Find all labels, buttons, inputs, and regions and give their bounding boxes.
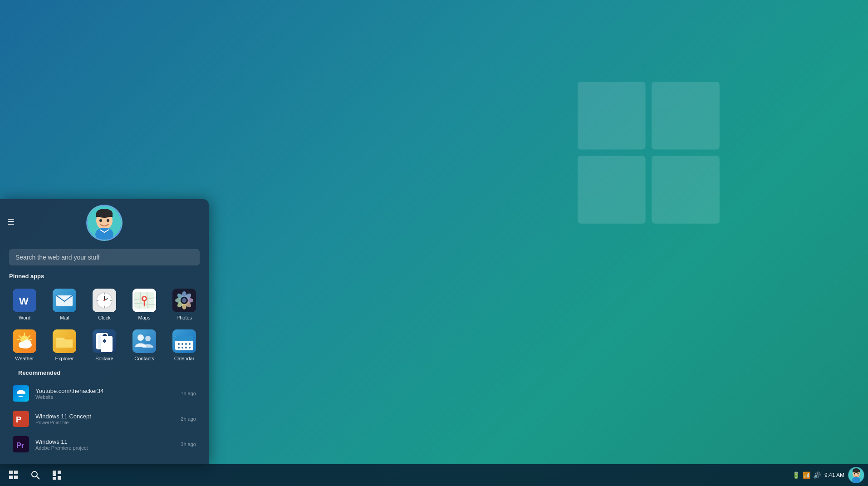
task-view-button[interactable] <box>47 465 67 485</box>
svg-point-23 <box>103 299 105 301</box>
rec-win11[interactable]: Pr Windows 11 Adobe Premiere project 3h … <box>9 432 200 457</box>
svg-text:Pr: Pr <box>16 442 24 449</box>
svg-point-92 <box>858 473 859 475</box>
rec-win11concept-info: Windows 11 Concept PowerPoint file <box>35 413 174 425</box>
svg-rect-3 <box>652 156 720 224</box>
svg-point-70 <box>185 347 187 349</box>
rec-win11concept-subtitle: PowerPoint file <box>35 420 174 425</box>
svg-rect-78 <box>14 471 18 474</box>
app-solitaire[interactable]: ♠ Solitaire <box>84 325 124 366</box>
svg-point-8 <box>99 219 102 222</box>
contacts-icon <box>132 329 156 353</box>
svg-text:P: P <box>16 415 21 424</box>
taskbar-right: 🔋 📶 🔊 9:41 AM <box>792 467 864 483</box>
svg-point-69 <box>181 347 183 349</box>
svg-point-68 <box>178 347 180 349</box>
search-button[interactable] <box>25 465 45 485</box>
battery-icon: 🔋 <box>792 471 800 479</box>
svg-point-81 <box>32 471 37 477</box>
ppt-icon: P <box>13 411 29 427</box>
wifi-icon: 📶 <box>803 471 810 479</box>
rec-win11-subtitle: Adobe Premiere project <box>35 445 174 451</box>
pinned-apps-grid: W Word Mail <box>0 284 209 366</box>
word-label: Word <box>19 315 30 320</box>
explorer-label: Explorer <box>55 356 74 361</box>
app-mail[interactable]: Mail <box>44 284 84 325</box>
hamburger-button[interactable]: ☰ <box>7 217 15 227</box>
search-bar[interactable]: Search the web and your stuff <box>9 249 200 265</box>
app-clock[interactable]: Clock <box>84 284 124 325</box>
app-photos[interactable]: Photos <box>164 284 204 325</box>
explorer-icon <box>53 329 76 353</box>
clock-icon <box>93 289 116 312</box>
app-contacts[interactable]: Contacts <box>124 325 164 366</box>
solitaire-icon: ♠ <box>93 329 116 353</box>
taskbar-avatar[interactable] <box>848 467 864 483</box>
svg-point-64 <box>178 343 180 345</box>
rec-youtube-time: 1h ago <box>181 391 196 396</box>
calendar-label: Calendar <box>174 356 195 361</box>
rec-win11-info: Windows 11 Adobe Premiere project <box>35 438 174 451</box>
rec-win11concept[interactable]: P Windows 11 Concept PowerPoint file 2h … <box>9 406 200 432</box>
start-menu: ☰ <box>0 199 209 464</box>
rec-win11-title: Windows 11 <box>35 438 174 445</box>
contacts-label: Contacts <box>134 356 154 361</box>
app-explorer[interactable]: Explorer <box>44 325 84 366</box>
weather-label: Weather <box>15 356 34 361</box>
svg-rect-85 <box>58 476 61 480</box>
rec-win11concept-title: Windows 11 Concept <box>35 413 174 420</box>
svg-rect-0 <box>578 82 646 150</box>
start-button[interactable] <box>4 465 24 485</box>
weather-icon <box>13 329 36 353</box>
photos-label: Photos <box>177 315 192 320</box>
solitaire-label: Solitaire <box>95 356 113 361</box>
svg-point-66 <box>185 343 187 345</box>
svg-rect-84 <box>58 471 61 474</box>
photos-icon <box>172 289 196 312</box>
svg-point-9 <box>107 219 109 222</box>
premiere-icon: Pr <box>13 436 29 452</box>
edge-icon <box>13 385 29 402</box>
svg-rect-86 <box>53 477 56 480</box>
svg-point-39 <box>182 298 186 303</box>
search-placeholder: Search the web and your stuff <box>15 254 100 261</box>
rec-youtube[interactable]: Youtube.com/thehacker34 Website 1h ago <box>9 381 200 406</box>
svg-point-91 <box>854 473 855 475</box>
time-display[interactable]: 9:41 AM <box>824 471 844 479</box>
svg-point-58 <box>137 334 144 341</box>
app-maps[interactable]: Maps <box>124 284 164 325</box>
rec-youtube-subtitle: Website <box>35 394 174 400</box>
rec-win11-time: 3h ago <box>181 442 196 447</box>
svg-rect-63 <box>175 339 193 341</box>
user-avatar-area: ☰ <box>0 199 209 245</box>
svg-rect-1 <box>652 82 720 150</box>
svg-point-27 <box>143 297 146 300</box>
maps-icon <box>132 289 156 312</box>
rec-win11concept-time: 2h ago <box>181 416 196 422</box>
word-icon: W <box>13 289 36 312</box>
app-weather[interactable]: Weather <box>5 325 44 366</box>
svg-rect-83 <box>53 471 56 476</box>
svg-point-49 <box>23 339 31 348</box>
taskbar-left <box>4 465 67 485</box>
svg-text:♠: ♠ <box>103 337 107 344</box>
svg-point-71 <box>189 347 191 349</box>
svg-rect-77 <box>9 471 13 474</box>
svg-line-82 <box>37 476 39 479</box>
maps-label: Maps <box>138 315 151 320</box>
app-word[interactable]: W Word <box>5 284 44 325</box>
svg-point-67 <box>189 343 191 345</box>
svg-point-59 <box>145 336 151 341</box>
pinned-apps-label: Pinned apps <box>0 273 209 284</box>
user-avatar[interactable] <box>86 205 123 241</box>
app-calendar[interactable]: Calendar <box>164 325 204 366</box>
mail-label: Mail <box>60 315 69 320</box>
recommended-label: Recommended <box>9 369 200 381</box>
svg-point-65 <box>181 343 183 345</box>
taskbar: 🔋 📶 🔊 9:41 AM <box>0 464 868 486</box>
rec-youtube-info: Youtube.com/thehacker34 Website <box>35 388 174 400</box>
svg-rect-57 <box>132 329 156 353</box>
mail-icon <box>53 289 76 312</box>
svg-rect-79 <box>9 476 13 479</box>
clock-label: Clock <box>98 315 111 320</box>
